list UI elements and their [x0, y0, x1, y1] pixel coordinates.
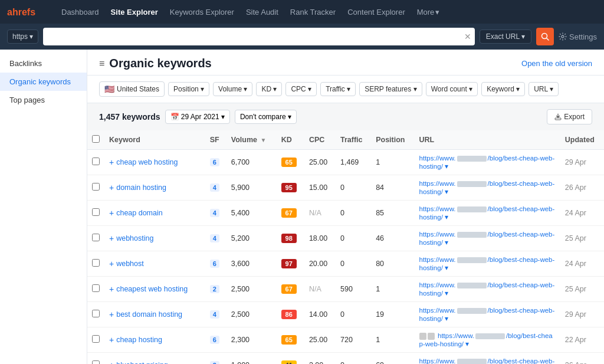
kd-cell: 98: [277, 226, 304, 251]
position-cell: 80: [371, 251, 414, 277]
keyword-link[interactable]: cheap hosting: [116, 336, 162, 344]
url-link[interactable]: https://www./blog/best-cheap-web-hosting…: [419, 205, 555, 221]
url-redacted: [457, 156, 487, 162]
protocol-button[interactable]: https ▾: [7, 29, 38, 44]
row-checkbox[interactable]: [92, 208, 100, 216]
th-traffic: Traffic: [336, 130, 371, 150]
url-cell: https://www./blog/best-cheap-web-hosting…: [415, 226, 560, 251]
add-keyword-icon[interactable]: +: [109, 183, 114, 192]
old-version-link[interactable]: Open the old version: [521, 59, 592, 68]
keyword-cell: + cheapest web hosting: [104, 277, 205, 302]
url-link[interactable]: https://www./blog/best-cheap-web-hosting…: [419, 231, 555, 246]
nav-site-audit[interactable]: Site Audit: [241, 4, 283, 20]
row-checkbox[interactable]: [92, 259, 100, 267]
add-keyword-icon[interactable]: +: [109, 259, 114, 268]
date-button[interactable]: 📅 29 Apr 2021 ▾: [165, 110, 230, 124]
url-link[interactable]: https://www./blog/best-cheap-web-hosting…: [419, 307, 555, 322]
row-checkbox-cell: [87, 150, 104, 175]
filter-kd[interactable]: KD ▾: [256, 82, 282, 96]
row-checkbox[interactable]: [92, 360, 100, 364]
th-url: URL: [415, 130, 560, 150]
updated-cell: 22 Apr: [560, 327, 604, 353]
th-keyword: Keyword: [104, 130, 205, 150]
sidebar-item-organic-keywords[interactable]: Organic keywords: [0, 73, 87, 91]
export-button[interactable]: Export: [547, 109, 592, 124]
filter-cpc[interactable]: CPC ▾: [285, 82, 317, 96]
settings-button[interactable]: Settings: [559, 32, 597, 41]
keyword-link[interactable]: best domain hosting: [116, 310, 182, 319]
toolbar-left: 1,457 keywords 📅 29 Apr 2021 ▾ Don't com…: [99, 110, 297, 124]
filter-url[interactable]: URL ▾: [528, 82, 559, 96]
sf-badge: 4: [210, 183, 219, 192]
exact-url-button[interactable]: Exact URL ▾: [480, 29, 531, 44]
sf-cell: 3: [205, 353, 226, 365]
row-checkbox[interactable]: [92, 158, 100, 165]
url-link[interactable]: https://www./blog/best-cheap-web-hosting…: [419, 155, 555, 170]
filter-word-count[interactable]: Word count ▾: [426, 82, 478, 96]
keyword-link[interactable]: cheap web hosting: [116, 158, 178, 166]
row-checkbox[interactable]: [92, 284, 100, 292]
svg-text:ahrefs: ahrefs: [7, 7, 35, 17]
position-cell: 1: [371, 277, 414, 302]
add-keyword-icon[interactable]: +: [109, 360, 114, 364]
traffic-cell: 720: [336, 327, 371, 353]
keyword-cell: + cheap web hosting: [104, 150, 205, 175]
row-checkbox[interactable]: [92, 234, 100, 241]
nav-rank-tracker[interactable]: Rank Tracker: [285, 4, 340, 20]
hamburger-icon[interactable]: ≡: [99, 58, 104, 69]
sf-cell: 6: [205, 327, 226, 353]
filter-position[interactable]: Position ▾: [168, 82, 209, 96]
keyword-link[interactable]: cheap domain: [116, 209, 163, 217]
row-checkbox-cell: [87, 251, 104, 277]
search-go-button[interactable]: [536, 28, 554, 45]
sf-badge: 3: [210, 361, 219, 364]
search-clear-icon[interactable]: ✕: [464, 32, 471, 41]
keyword-link[interactable]: bluehost pricing: [116, 361, 168, 364]
nav-site-explorer[interactable]: Site Explorer: [106, 4, 163, 20]
add-keyword-icon[interactable]: +: [109, 284, 114, 294]
cpc-cell: 18.00: [304, 226, 336, 251]
updated-cell: 24 Apr: [560, 251, 604, 277]
add-keyword-icon[interactable]: +: [109, 310, 114, 319]
url-link[interactable]: https://www./blog/best-cheap-web-hosting…: [419, 256, 555, 271]
updated-cell: 29 Apr: [560, 150, 604, 175]
keyword-link[interactable]: webhost: [116, 260, 144, 268]
row-checkbox[interactable]: [92, 335, 100, 343]
url-link[interactable]: https://www./blog/best-cheap-web-hosting…: [419, 332, 553, 347]
filter-keyword[interactable]: Keyword ▾: [481, 82, 525, 96]
sidebar-item-backlinks[interactable]: Backlinks: [0, 54, 87, 73]
nav-content-explorer[interactable]: Content Explorer: [343, 4, 410, 20]
url-link[interactable]: https://www./blog/best-cheap-web-hosting…: [419, 180, 555, 195]
volume-cell: 5,200: [226, 226, 277, 251]
nav-keywords-explorer[interactable]: Keywords Explorer: [165, 4, 239, 20]
nav-dashboard[interactable]: Dashboard: [57, 4, 104, 20]
volume-cell: 1,900: [226, 353, 277, 365]
keyword-link[interactable]: webhosting: [116, 234, 153, 242]
url-link[interactable]: https://www./blog/best-cheap-web-hosting…: [419, 358, 555, 364]
row-checkbox[interactable]: [92, 310, 100, 317]
filter-volume[interactable]: Volume ▾: [213, 82, 252, 96]
search-input[interactable]: [43, 28, 474, 45]
filter-country[interactable]: 🇺🇸 United States: [99, 81, 165, 97]
kd-badge: 97: [281, 259, 297, 268]
filter-serp-features[interactable]: SERP features ▾: [359, 82, 422, 96]
nav-more[interactable]: More ▾: [412, 4, 445, 20]
svg-point-3: [562, 35, 564, 38]
keyword-cell: + webhosting: [104, 226, 205, 251]
filter-traffic[interactable]: Traffic ▾: [320, 82, 356, 96]
th-volume[interactable]: Volume ▼: [226, 130, 277, 150]
add-keyword-icon[interactable]: +: [109, 335, 114, 345]
position-cell: 1: [371, 150, 414, 175]
select-all-checkbox[interactable]: [92, 135, 100, 143]
add-keyword-icon[interactable]: +: [109, 234, 114, 243]
sidebar-item-top-pages[interactable]: Top pages: [0, 91, 87, 109]
url-link[interactable]: https://www./blog/best-cheap-web-hosting…: [419, 281, 555, 297]
keyword-link[interactable]: cheapest web hosting: [116, 285, 188, 293]
add-keyword-icon[interactable]: +: [109, 158, 114, 167]
position-cell: 46: [371, 226, 414, 251]
compare-button[interactable]: Don't compare ▾: [235, 110, 297, 124]
row-checkbox[interactable]: [92, 183, 100, 191]
keyword-link[interactable]: domain hosting: [116, 183, 166, 192]
add-keyword-icon[interactable]: +: [109, 208, 114, 218]
keywords-table-wrap: Keyword SF Volume ▼ KD CPC Traffic Posit…: [87, 130, 604, 364]
